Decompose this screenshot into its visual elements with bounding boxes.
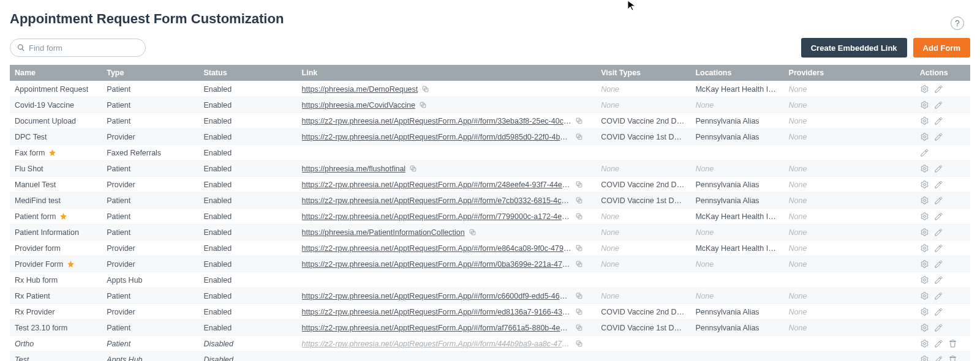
- copy-icon[interactable]: [575, 244, 583, 252]
- form-link[interactable]: https://phreesia.me/PatientInformationCo…: [302, 228, 465, 237]
- edit-icon[interactable]: [934, 339, 943, 348]
- edit-icon[interactable]: [934, 212, 943, 221]
- edit-icon[interactable]: [934, 196, 943, 205]
- svg-point-36: [923, 295, 925, 297]
- settings-icon[interactable]: [920, 339, 929, 348]
- cell-locations: McKay Heart Health Institute: [690, 240, 783, 256]
- form-link[interactable]: https://z2-rpw.phreesia.net/ApptRequestF…: [302, 180, 571, 189]
- edit-icon[interactable]: [934, 275, 943, 285]
- cell-visit-types: COVID Vaccine 1st Dose: [596, 193, 690, 209]
- cell-type: Provider: [102, 256, 198, 272]
- settings-icon[interactable]: [920, 228, 929, 237]
- cell-locations: McKay Heart Health Institute: [690, 81, 783, 97]
- settings-icon[interactable]: [920, 196, 929, 205]
- settings-icon[interactable]: [920, 212, 929, 221]
- col-header-link[interactable]: Link: [297, 65, 597, 81]
- col-header-name[interactable]: Name: [10, 65, 102, 81]
- edit-icon[interactable]: [934, 259, 943, 269]
- add-form-button[interactable]: Add Form: [913, 38, 970, 58]
- form-link[interactable]: https://phreesia.me/DemoRequest: [302, 85, 418, 94]
- copy-icon[interactable]: [575, 117, 583, 125]
- copy-icon[interactable]: [419, 101, 427, 109]
- col-header-visit-types[interactable]: Visit Types: [596, 65, 690, 81]
- copy-icon[interactable]: [575, 196, 583, 204]
- settings-icon[interactable]: [920, 323, 929, 332]
- copy-icon[interactable]: [575, 308, 583, 316]
- edit-icon[interactable]: [934, 244, 943, 253]
- copy-icon[interactable]: [469, 228, 477, 236]
- cell-status: Enabled: [198, 320, 296, 336]
- form-link[interactable]: https://phreesia.me/CovidVaccine: [302, 101, 415, 110]
- form-link[interactable]: https://phreesia.me/flushotfinal: [302, 165, 406, 173]
- copy-icon[interactable]: [409, 165, 417, 173]
- col-header-locations[interactable]: Locations: [690, 65, 783, 81]
- help-icon[interactable]: ?: [951, 17, 964, 30]
- search-input[interactable]: [10, 39, 146, 57]
- copy-icon[interactable]: [575, 180, 583, 188]
- settings-icon[interactable]: [920, 355, 929, 361]
- delete-icon[interactable]: [948, 355, 957, 361]
- col-header-type[interactable]: Type: [102, 65, 198, 81]
- form-link[interactable]: https://z2-rpw.phreesia.net/ApptRequestF…: [302, 292, 571, 300]
- cell-link: https://z2-rpw.phreesia.net/ApptRequestF…: [297, 129, 597, 145]
- edit-icon[interactable]: [934, 291, 943, 300]
- cell-actions: [915, 320, 970, 336]
- cell-type: Provider: [102, 240, 198, 256]
- settings-icon[interactable]: [920, 275, 929, 285]
- cell-name: MediFind test: [10, 193, 102, 209]
- copy-icon[interactable]: [575, 292, 583, 300]
- form-link[interactable]: https://z2-rpw.phreesia.net/ApptRequestF…: [302, 244, 571, 253]
- copy-icon[interactable]: [575, 340, 583, 348]
- settings-icon[interactable]: [920, 116, 929, 125]
- edit-icon[interactable]: [934, 116, 943, 125]
- settings-icon[interactable]: [920, 307, 929, 316]
- cell-status: Enabled: [198, 177, 296, 193]
- settings-icon[interactable]: [920, 180, 929, 189]
- edit-icon[interactable]: [934, 132, 943, 141]
- settings-icon[interactable]: [920, 291, 929, 300]
- edit-icon[interactable]: [934, 180, 943, 189]
- form-link[interactable]: https://z2-rpw.phreesia.net/ApptRequestF…: [302, 260, 571, 269]
- edit-icon[interactable]: [934, 307, 943, 316]
- svg-point-14: [923, 168, 925, 170]
- settings-icon[interactable]: [920, 259, 929, 269]
- edit-icon[interactable]: [934, 100, 943, 110]
- cell-name: Patient Information: [10, 225, 102, 240]
- copy-icon[interactable]: [575, 260, 583, 268]
- cell-type: Appts Hub: [102, 352, 198, 362]
- copy-icon[interactable]: [575, 133, 583, 141]
- settings-icon[interactable]: [920, 100, 929, 110]
- create-embedded-link-button[interactable]: Create Embedded Link: [801, 38, 907, 58]
- col-header-status[interactable]: Status: [198, 65, 296, 81]
- cell-visit-types: COVID Vaccine 2nd Dose: [596, 304, 690, 320]
- copy-icon[interactable]: [575, 212, 583, 220]
- edit-icon[interactable]: [934, 84, 943, 94]
- edit-icon[interactable]: [934, 323, 943, 332]
- settings-icon[interactable]: [920, 244, 929, 253]
- form-link[interactable]: https://z2-rpw.phreesia.net/ApptRequestF…: [302, 117, 571, 125]
- form-link[interactable]: https://z2-rpw.phreesia.net/ApptRequestF…: [302, 196, 571, 205]
- cell-providers: None: [784, 81, 915, 97]
- cell-providers: None: [784, 288, 915, 304]
- cell-providers: [784, 336, 915, 352]
- form-link[interactable]: https://z2-rpw.phreesia.net/ApptRequestF…: [302, 133, 571, 141]
- cell-name: Manuel Test: [10, 177, 102, 193]
- settings-icon[interactable]: [920, 164, 929, 173]
- col-header-providers[interactable]: Providers: [784, 65, 915, 81]
- edit-icon[interactable]: [934, 355, 943, 361]
- settings-icon[interactable]: [920, 132, 929, 141]
- copy-icon[interactable]: [575, 324, 583, 332]
- edit-icon[interactable]: [934, 228, 943, 237]
- settings-icon[interactable]: [920, 84, 929, 94]
- delete-icon[interactable]: [948, 339, 957, 348]
- edit-icon[interactable]: [920, 148, 929, 157]
- form-link[interactable]: https://z2-rpw.phreesia.net/ApptRequestF…: [302, 324, 571, 332]
- page-title: Appointment Request Form Customization: [10, 11, 284, 27]
- copy-icon[interactable]: [421, 85, 429, 93]
- form-link[interactable]: https://z2-rpw.phreesia.net/ApptRequestF…: [302, 212, 571, 221]
- form-link[interactable]: https://z2-rpw.phreesia.net/ApptRequestF…: [302, 340, 571, 348]
- edit-icon[interactable]: [934, 164, 943, 173]
- cell-status: Enabled: [198, 225, 296, 240]
- form-link[interactable]: https://z2-rpw.phreesia.net/ApptRequestF…: [302, 308, 571, 316]
- cell-name: Flu Shot: [10, 161, 102, 177]
